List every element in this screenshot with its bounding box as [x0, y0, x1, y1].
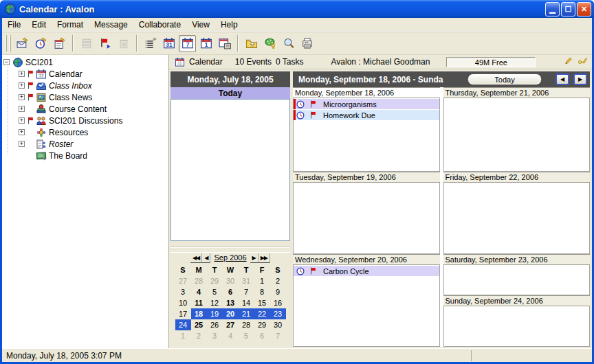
- expand-box-icon[interactable]: +: [19, 94, 25, 100]
- mini-date-cell[interactable]: 3: [207, 330, 223, 341]
- day-cell[interactable]: Carbon Cycle: [293, 265, 440, 347]
- mini-date-cell[interactable]: 27: [223, 319, 239, 330]
- search-button[interactable]: [280, 35, 297, 52]
- prev-week-button[interactable]: ◀: [556, 73, 569, 85]
- sidebar-item-class-inbox[interactable]: +Class Inbox: [3, 80, 168, 91]
- new-message-button[interactable]: [14, 35, 31, 52]
- mini-date-cell[interactable]: 2: [191, 330, 207, 341]
- mini-date-cell[interactable]: 12: [207, 297, 223, 308]
- expand-box-icon[interactable]: +: [19, 117, 25, 124]
- mini-date-cell[interactable]: 29: [254, 319, 270, 330]
- mini-date-cell[interactable]: 6: [254, 330, 270, 341]
- permissions-button[interactable]: [261, 35, 278, 52]
- event-item[interactable]: Homework Due: [294, 110, 439, 120]
- month-view-button[interactable]: 31: [160, 35, 177, 52]
- day-cell[interactable]: [443, 98, 591, 172]
- mini-date-cell[interactable]: 4: [223, 330, 239, 341]
- mini-date-cell[interactable]: 23: [270, 308, 286, 319]
- month-label-link[interactable]: Sep 2006: [210, 253, 250, 262]
- mini-date-cell[interactable]: 5: [239, 330, 254, 341]
- expand-box-icon[interactable]: +: [19, 129, 25, 135]
- mini-date-cell[interactable]: 7: [239, 286, 254, 297]
- next-year-button[interactable]: ▶▶: [258, 253, 270, 263]
- mini-date-cell[interactable]: 24: [175, 319, 191, 330]
- sidebar-item-resources[interactable]: +Resources: [3, 126, 168, 138]
- mini-date-cell[interactable]: 1: [175, 330, 191, 341]
- toolbar-drag-handle[interactable]: [9, 35, 11, 52]
- sidebar-item-roster[interactable]: +Roster: [3, 138, 168, 150]
- maximize-button[interactable]: ☐: [561, 2, 575, 16]
- menu-help[interactable]: Help: [215, 19, 243, 31]
- mini-date-cell[interactable]: 4: [191, 286, 207, 297]
- mini-date-cell[interactable]: 14: [239, 297, 254, 308]
- sidebar-item-calendar[interactable]: +Calendar: [3, 68, 168, 80]
- list-view-button[interactable]: ∞: [142, 35, 159, 52]
- edit-pencil-icon[interactable]: [559, 56, 573, 65]
- flag-priority-button[interactable]: [96, 35, 113, 52]
- mini-date-cell[interactable]: 26: [207, 319, 223, 330]
- event-item[interactable]: Carbon Cycle: [294, 266, 439, 276]
- mini-date-cell[interactable]: 17: [175, 308, 191, 319]
- day-view-button[interactable]: 1: [197, 35, 214, 52]
- mini-date-cell[interactable]: 11: [191, 297, 207, 308]
- minimize-button[interactable]: ▁: [545, 2, 560, 16]
- expand-box-icon[interactable]: +: [19, 141, 25, 147]
- mini-date-cell[interactable]: 6: [223, 286, 239, 297]
- mini-date-cell[interactable]: 8: [254, 286, 270, 297]
- menu-view[interactable]: View: [186, 19, 215, 31]
- toolbar-drag-handle[interactable]: [5, 35, 7, 52]
- expand-box-icon[interactable]: +: [19, 82, 25, 89]
- next-week-button[interactable]: ▶: [573, 73, 587, 85]
- new-event-button[interactable]: [32, 35, 50, 52]
- prev-month-button[interactable]: ◀: [202, 253, 210, 263]
- mini-date-cell[interactable]: 28: [239, 319, 254, 330]
- collapse-box-icon[interactable]: −: [3, 59, 10, 65]
- expand-box-icon[interactable]: +: [19, 71, 25, 77]
- schedule-view-button[interactable]: [216, 35, 233, 52]
- menu-format[interactable]: Format: [52, 19, 89, 31]
- sidebar-item-course-content[interactable]: +Course Content: [3, 103, 168, 115]
- mini-date-cell[interactable]: 20: [223, 308, 239, 319]
- today-button[interactable]: Today: [468, 73, 542, 85]
- mini-date-cell[interactable]: 29: [207, 275, 223, 286]
- today-band[interactable]: Today: [170, 87, 290, 99]
- menu-message[interactable]: Message: [89, 19, 133, 31]
- mini-date-cell[interactable]: 31: [239, 275, 254, 286]
- mini-date-cell[interactable]: 30: [270, 319, 286, 330]
- close-button[interactable]: ✕: [577, 2, 591, 16]
- mini-date-cell[interactable]: 30: [223, 275, 239, 286]
- print-button[interactable]: [298, 35, 316, 52]
- event-item[interactable]: Microorganisms: [294, 99, 439, 109]
- mini-date-cell[interactable]: 9: [270, 286, 286, 297]
- sidebar-item-sci201-discussions[interactable]: +SCI201 Discussions: [3, 115, 168, 126]
- mini-date-cell[interactable]: 22: [254, 308, 270, 319]
- mini-date-cell[interactable]: 3: [175, 286, 191, 297]
- tree-root-sci201[interactable]: − SCI201: [3, 56, 168, 68]
- sidebar-item-class-news[interactable]: +Class News: [3, 91, 168, 103]
- mini-date-cell[interactable]: 25: [191, 319, 207, 330]
- day-cell[interactable]: [443, 265, 591, 295]
- mini-date-cell[interactable]: 2: [270, 275, 286, 286]
- mini-date-cell[interactable]: 19: [207, 308, 223, 319]
- sidebar-item-the-board[interactable]: +The Board: [3, 150, 168, 161]
- access-key-icon[interactable]: [573, 56, 588, 65]
- day-cell[interactable]: [443, 183, 591, 254]
- mini-date-cell[interactable]: 5: [207, 286, 223, 297]
- day-cell[interactable]: MicroorganismsHomework Due: [293, 98, 440, 172]
- mini-date-cell[interactable]: 28: [191, 275, 207, 286]
- mini-date-cell[interactable]: 18: [191, 308, 207, 319]
- menu-file[interactable]: File: [2, 19, 26, 31]
- new-task-button[interactable]: [51, 35, 68, 52]
- mini-date-cell[interactable]: 7: [270, 330, 286, 341]
- menu-collaborate[interactable]: Collaborate: [133, 19, 186, 31]
- mini-date-cell[interactable]: 13: [223, 297, 239, 308]
- mini-date-cell[interactable]: 27: [175, 275, 191, 286]
- mini-date-cell[interactable]: 1: [254, 275, 270, 286]
- mini-date-cell[interactable]: 16: [270, 297, 286, 308]
- prev-year-button[interactable]: ◀◀: [190, 253, 202, 263]
- day-schedule-area[interactable]: [170, 99, 290, 241]
- day-cell[interactable]: [443, 306, 591, 347]
- mini-date-cell[interactable]: 15: [254, 297, 270, 308]
- week-view-button[interactable]: 7: [179, 35, 196, 52]
- mini-date-cell[interactable]: 21: [239, 308, 254, 319]
